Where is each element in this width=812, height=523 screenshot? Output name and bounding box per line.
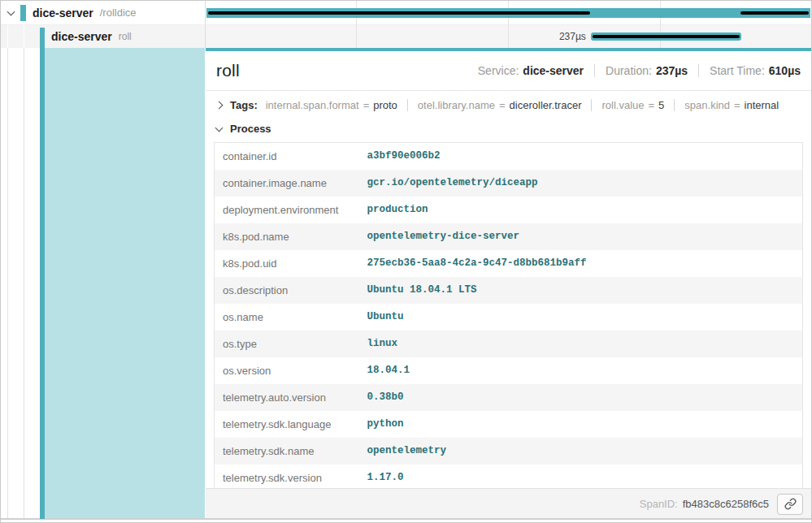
kv-key: os.version: [215, 357, 359, 384]
stat-label: Start Time:: [710, 64, 765, 77]
kv-value: a3bf90e006b2: [359, 143, 803, 171]
kv-key: telemetry.sdk.name: [215, 438, 359, 465]
trace-view: dice-server /rolldice dice-server roll 2…: [0, 0, 812, 523]
operation-name: roll: [119, 31, 132, 42]
span-detail-panel: roll Service: dice-server Duration: 237µ…: [206, 48, 811, 519]
tag-summary-item: span.kind = internal: [674, 99, 779, 111]
tags-section-title: Tags:: [230, 99, 258, 111]
span-name-column: [1, 48, 206, 519]
equals-sign: =: [734, 99, 740, 111]
process-section-toggle[interactable]: Process: [206, 115, 811, 140]
spanid-value: fb483c8c6258f6c5: [683, 498, 769, 510]
kv-value: 0.38b0: [359, 384, 803, 411]
indent-guide: [24, 25, 24, 48]
selected-span-depth-bar: [40, 28, 45, 519]
kv-value: 275ecb36-5aa8-4c2a-9c47-d8bb681b9aff: [359, 250, 803, 277]
tag-value: internal: [745, 99, 779, 111]
kv-key: container.image.name: [215, 170, 359, 197]
kv-key: os.name: [215, 304, 359, 331]
table-row: telemetry.sdk.languagepython: [215, 411, 803, 438]
span-bar-roll[interactable]: [591, 32, 741, 41]
table-row: deployment.environmentproduction: [215, 197, 803, 223]
tag-summary-item: otel.library.name = diceroller.tracer: [407, 99, 582, 111]
kv-value: python: [359, 411, 803, 438]
tag-value: 5: [658, 99, 664, 111]
stat-value: dice-server: [523, 64, 584, 77]
kv-key: k8s.pod.uid: [215, 250, 359, 277]
table-row: container.image.namegcr.io/opentelemetry…: [215, 170, 803, 197]
kv-value: Ubuntu: [359, 304, 803, 331]
tag-value: proto: [373, 99, 397, 111]
self-time-segment: [593, 35, 740, 38]
kv-value: gcr.io/opentelemetry/diceapp: [359, 170, 803, 197]
tag-summary-item: roll.value = 5: [591, 99, 664, 111]
span-row-rolldice[interactable]: dice-server /rolldice: [1, 1, 206, 25]
stat-duration: Duration: 237µs: [594, 64, 688, 77]
table-row: os.version18.04.1: [215, 357, 803, 384]
kv-value: Ubuntu 18.04.1 LTS: [359, 277, 803, 304]
span-detail-footer: SpanID: fb483c8c6258f6c5: [206, 488, 811, 519]
duration-label: 237µs: [206, 31, 586, 42]
process-section-title: Process: [230, 123, 271, 135]
stat-start-time: Start Time: 610µs: [698, 64, 801, 77]
kv-value: 18.04.1: [359, 357, 803, 384]
indent-guide: [7, 48, 8, 519]
tag-key: otel.library.name: [418, 99, 495, 111]
copy-link-button[interactable]: [777, 494, 803, 515]
table-row: telemetry.sdk.nameopentelemetry: [215, 438, 803, 465]
span-detail-title: roll: [216, 61, 240, 80]
selected-span-tint: [45, 48, 205, 519]
kv-value: production: [359, 197, 803, 223]
stat-value: 610µs: [769, 64, 801, 77]
kv-key: container.id: [215, 143, 359, 171]
span-row-roll[interactable]: dice-server roll: [1, 25, 206, 48]
kv-key: telemetry.auto.version: [215, 384, 359, 411]
service-name: dice-server: [33, 6, 93, 19]
stat-value: 237µs: [656, 64, 688, 77]
equals-sign: =: [363, 99, 370, 111]
tag-key: internal.span.format: [266, 99, 359, 111]
stat-label: Service:: [478, 64, 519, 77]
kv-key: os.type: [215, 331, 359, 357]
chevron-right-icon: [215, 102, 224, 110]
kv-value: opentelemetry-dice-server: [359, 223, 803, 250]
span-detail-header: roll Service: dice-server Duration: 237µ…: [206, 51, 811, 91]
stat-label: Duration:: [606, 64, 652, 77]
table-row: os.descriptionUbuntu 18.04.1 LTS: [215, 277, 803, 304]
span-detail-stats: Service: dice-server Duration: 237µs Sta…: [478, 64, 801, 77]
tag-value: diceroller.tracer: [510, 99, 582, 111]
equals-sign: =: [649, 99, 655, 111]
spanid-label: SpanID:: [640, 498, 678, 510]
table-row: k8s.pod.nameopentelemetry-dice-server: [215, 223, 803, 250]
table-row: os.typelinux: [215, 331, 803, 357]
tags-section-toggle[interactable]: Tags: internal.span.format = proto otel.…: [206, 91, 811, 115]
service-name: dice-server: [51, 30, 112, 43]
table-row: container.ida3bf90e006b2: [215, 143, 803, 171]
indent-guide: [24, 48, 24, 519]
table-row: telemetry.auto.version0.38b0: [215, 384, 803, 411]
chevron-down-icon[interactable]: [7, 7, 15, 15]
kv-key: deployment.environment: [215, 197, 359, 223]
service-color-bar: [20, 5, 26, 21]
kv-key: os.description: [215, 277, 359, 304]
kv-value: opentelemetry: [359, 438, 803, 465]
self-time-segment: [740, 11, 809, 15]
kv-key: telemetry.sdk.language: [215, 411, 359, 438]
kv-value: linux: [359, 331, 803, 357]
tag-key: roll.value: [601, 99, 644, 111]
equals-sign: =: [499, 99, 506, 111]
table-row: os.nameUbuntu: [215, 304, 803, 331]
operation-name: /rolldice: [100, 6, 137, 19]
stat-service: Service: dice-server: [478, 64, 584, 77]
bottom-divider: [1, 518, 811, 520]
process-kv-table: container.ida3bf90e006b2 container.image…: [214, 142, 803, 492]
link-icon: [784, 498, 797, 510]
indent-guide: [7, 25, 8, 48]
span-bars-layer: 237µs: [206, 1, 811, 48]
chevron-down-icon: [215, 123, 224, 132]
kv-key: k8s.pod.name: [215, 223, 359, 250]
self-time-segment: [208, 11, 590, 15]
tag-key: span.kind: [684, 99, 730, 111]
tag-summary-item: internal.span.format = proto: [266, 99, 397, 111]
table-row: k8s.pod.uid275ecb36-5aa8-4c2a-9c47-d8bb6…: [215, 250, 803, 277]
